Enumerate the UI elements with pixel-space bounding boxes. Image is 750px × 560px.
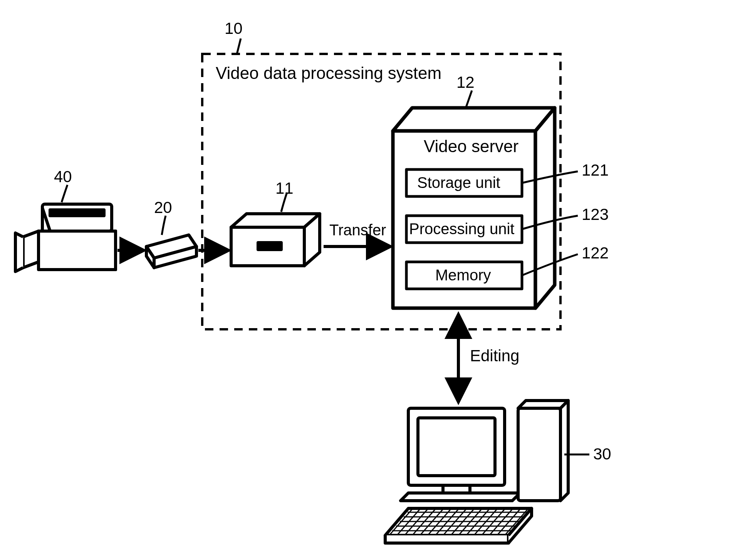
transfer-label: Transfer (329, 221, 386, 239)
system-title: Video data processing system (216, 64, 441, 83)
processing-unit-label: Processing unit (409, 220, 514, 238)
svg-rect-1 (50, 210, 104, 216)
media-icon (146, 235, 196, 268)
ref-12: 12 (456, 73, 475, 92)
leader-10 (237, 39, 241, 54)
svg-rect-9 (518, 408, 560, 501)
leader-20 (162, 216, 166, 235)
diagram-svg (0, 0, 750, 560)
storage-unit-label: Storage unit (417, 174, 500, 191)
diagram-stage: 10 11 12 20 30 40 121 123 122 Video data… (0, 0, 750, 560)
ref-11: 11 (275, 179, 294, 198)
ref-30: 30 (593, 445, 611, 463)
ref-20: 20 (154, 198, 172, 217)
ref-10: 10 (225, 19, 243, 38)
memory-label: Memory (435, 267, 491, 284)
ref-40: 40 (54, 168, 72, 186)
editing-label: Editing (470, 347, 519, 365)
svg-rect-7 (418, 418, 495, 476)
camera-icon (15, 204, 116, 272)
ref-122: 122 (582, 244, 609, 262)
ref-123: 123 (582, 205, 609, 224)
svg-rect-4 (258, 243, 281, 250)
ref-121: 121 (582, 161, 609, 179)
reader-icon (231, 214, 320, 266)
svg-rect-0 (42, 204, 112, 231)
server-title: Video server (424, 137, 518, 156)
leader-40 (62, 185, 67, 202)
leader-12 (466, 91, 472, 107)
